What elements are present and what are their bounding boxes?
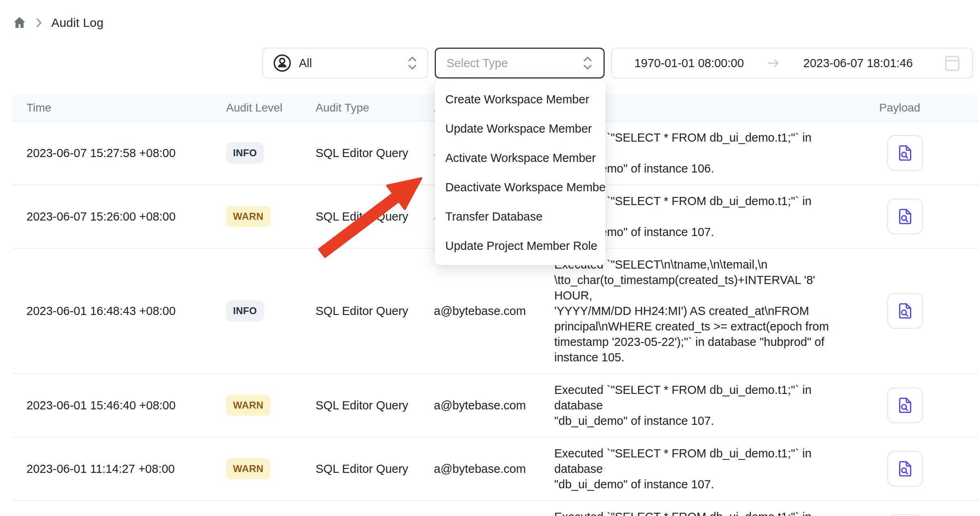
audit-level-badge: WARN [226,206,270,227]
chevrons-up-down-icon [407,56,418,70]
table-row: 2023-05-31 18:55:51 +08:00 INFO SQL Edit… [13,501,978,516]
cell-time: 2023-06-01 16:48:43 +08:00 [13,248,212,374]
chevrons-up-down-icon [582,56,593,70]
person-circle-icon [273,54,292,72]
file-search-icon [896,207,915,226]
file-search-icon [896,459,915,478]
breadcrumb: Audit Log [12,15,104,30]
dropdown-item-create-workspace-member[interactable]: Create Workspace Member [435,85,605,114]
cell-audit-type: SQL Editor Query [302,501,420,516]
cell-comment: Executed `"SELECT * FROM db_ui_demo.t1;"… [540,437,865,501]
cell-audit-type: SQL Editor Query [302,437,420,501]
cell-comment: Executed `"SELECT * FROM db_ui_demo.t1;"… [540,501,865,516]
dropdown-item-transfer-database[interactable]: Transfer Database [435,202,605,231]
cell-comment: Executed `"SELECT\n\tname,\n\temail,\n \… [540,248,865,374]
type-filter-placeholder: Select Type [446,57,508,70]
audit-log-page: { "breadcrumb": { "title": "Audit Log" }… [0,0,980,516]
payload-view-button[interactable] [887,451,923,487]
cell-time: 2023-06-07 15:27:58 +08:00 [13,121,212,185]
page-title: Audit Log [51,16,104,30]
table-row: 2023-06-01 15:46:40 +08:00 WARN SQL Edit… [13,374,978,437]
cell-actor: a@bytebase.com [420,374,540,437]
audit-level-badge: INFO [226,142,264,164]
cell-audit-type: SQL Editor Query [302,374,420,437]
cell-comment: Executed `"SELECT * FROM db_ui_demo.t1;"… [540,374,865,437]
chevron-right-icon [35,17,43,28]
cell-actor: a@bytebase.com [420,501,540,516]
dropdown-item-update-workspace-member[interactable]: Update Workspace Member [435,114,605,143]
cell-audit-type: SQL Editor Query [302,248,420,374]
type-filter-dropdown: Create Workspace Member Update Workspace… [435,80,605,265]
cell-actor: a@bytebase.com [420,248,540,374]
type-filter-select[interactable]: Select Type [435,48,605,79]
dropdown-item-activate-workspace-member[interactable]: Activate Workspace Member [435,143,605,173]
cell-audit-type: SQL Editor Query [302,121,420,185]
dropdown-item-update-project-member[interactable]: Update Project Member Role [435,231,605,260]
payload-view-button[interactable] [887,199,923,234]
payload-view-button[interactable] [887,387,923,423]
file-search-icon [896,302,915,320]
home-icon[interactable] [12,15,27,30]
filter-bar: All Select Type 1970-01-01 08:00:00 2023… [262,48,973,79]
audit-level-badge: INFO [226,300,264,321]
arrow-right-icon [767,58,780,68]
cell-time: 2023-06-01 15:46:40 +08:00 [13,374,212,437]
calendar-icon [945,55,960,72]
actor-filter-value: All [299,57,312,70]
audit-level-badge: WARN [226,395,270,416]
table-row: 2023-06-01 11:14:27 +08:00 WARN SQL Edit… [13,437,978,501]
cell-time: 2023-06-01 11:14:27 +08:00 [13,437,212,501]
col-header-audit-type: Audit Type [302,94,420,121]
file-search-icon [896,396,915,415]
dropdown-item-deactivate-workspace-member[interactable]: Deactivate Workspace Member [435,173,605,202]
date-range-end: 2023-06-07 18:01:46 [803,57,912,70]
table-row: 2023-06-01 16:48:43 +08:00 INFO SQL Edit… [13,248,978,374]
cell-audit-type: SQL Editor Query [302,185,420,248]
payload-view-button[interactable] [887,293,923,329]
payload-view-button[interactable] [887,514,923,516]
col-header-time: Time [13,94,212,121]
cell-time: 2023-06-07 15:26:00 +08:00 [13,185,212,248]
date-range-picker[interactable]: 1970-01-01 08:00:00 2023-06-07 18:01:46 [611,48,973,79]
audit-level-badge: WARN [226,458,270,479]
col-header-payload: Payload [865,94,978,121]
file-search-icon [896,144,915,162]
col-header-audit-level: Audit Level [212,94,302,121]
actor-filter-select[interactable]: All [262,48,428,79]
cell-actor: a@bytebase.com [420,437,540,501]
date-range-start: 1970-01-01 08:00:00 [634,57,744,70]
payload-view-button[interactable] [887,135,923,171]
cell-time: 2023-05-31 18:55:51 +08:00 [13,501,212,516]
